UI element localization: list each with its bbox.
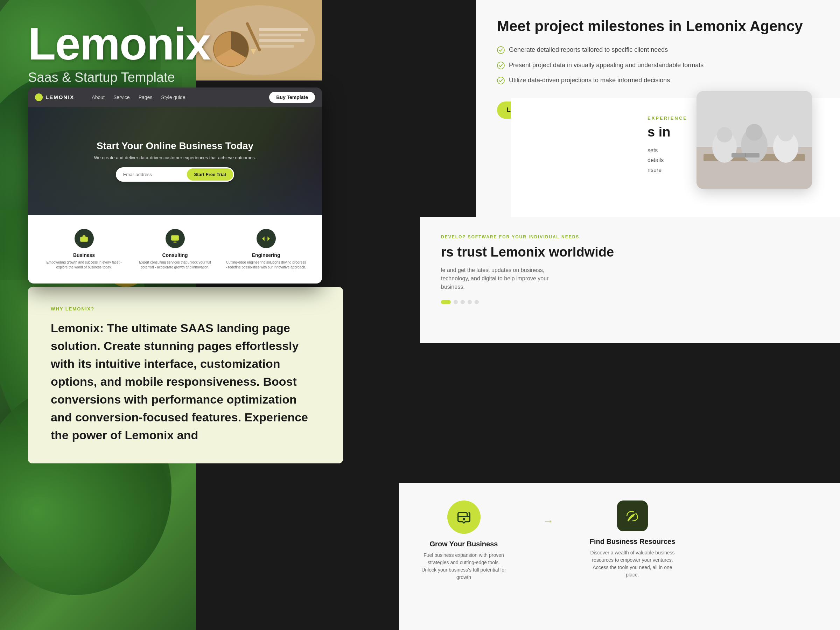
svg-rect-6: [259, 33, 301, 36]
grow-title: Grow Your Business: [430, 540, 498, 548]
check-icon-3: [497, 77, 505, 84]
logo-text: LEMONIX: [46, 94, 74, 100]
why-lemonix-section: WHY LEMONIX? Lemonix: The ultimate SAAS …: [28, 287, 343, 463]
svg-point-20: [717, 127, 732, 142]
code-icon: [261, 234, 270, 243]
flow-section: Grow Your Business Fuel business expansi…: [399, 483, 840, 630]
why-label: WHY LEMONIX?: [51, 306, 320, 311]
dot-2[interactable]: [453, 300, 458, 304]
svg-point-24: [778, 126, 793, 141]
carousel-dots: [441, 300, 819, 304]
flow-card-grow: Grow Your Business Fuel business expansi…: [420, 501, 507, 581]
consulting-icon-circle: [166, 229, 185, 248]
svg-point-9: [497, 47, 504, 54]
trust-section: DEVELOP SOFTWARE FOR YOUR INDIVIDUAL NEE…: [420, 217, 840, 343]
browser-services-section: Business Empowering growth and success i…: [28, 215, 322, 284]
nav-links: About Service Pages Style guide: [92, 95, 185, 100]
nav-pages[interactable]: Pages: [139, 95, 153, 100]
business-icon-circle: [74, 229, 94, 248]
dot-5[interactable]: [475, 300, 479, 304]
flow-card-resources: Find Business Resources Discover a wealt…: [589, 501, 676, 579]
engineering-desc: Cutting-edge engineering solutions drivi…: [226, 260, 306, 270]
hero-text-block: Lemonix Saas & Startup Template: [28, 21, 210, 85]
monitor-icon: [171, 234, 180, 243]
business-desc: Empowering growth and success in every f…: [44, 260, 124, 270]
handshake-icon: [456, 509, 472, 525]
svg-point-11: [497, 77, 504, 84]
svg-point-27: [463, 518, 464, 520]
grow-desc: Fuel business expansion with proven stra…: [420, 552, 507, 581]
business-title: Business: [44, 253, 124, 258]
service-card-business: Business Empowering growth and success i…: [38, 229, 129, 270]
leaf-icon: [625, 508, 640, 523]
feature-item-1: Generate detailed reports tailored to sp…: [497, 46, 819, 54]
briefcase-icon: [79, 234, 88, 243]
resources-title: Find Business Resources: [590, 538, 676, 546]
svg-rect-13: [171, 235, 179, 240]
top-center-image: [196, 0, 322, 81]
browser-hero-subtitle: We create and deliver data-driven custom…: [94, 155, 256, 160]
resources-desc: Discover a wealth of valuable business r…: [589, 549, 676, 579]
email-form: Start Free Trial: [116, 167, 234, 182]
flow-arrow-1: →: [543, 515, 554, 527]
service-card-engineering: Engineering Cutting-edge engineering sol…: [221, 229, 311, 270]
dot-active[interactable]: [441, 300, 451, 304]
team-photo-illustration: [696, 91, 812, 189]
browser-hero-title: Start Your Online Business Today: [96, 141, 253, 152]
logo-dot: [35, 93, 43, 101]
check-icon-2: [497, 62, 505, 69]
svg-rect-5: [259, 28, 308, 31]
svg-rect-7: [259, 39, 305, 42]
dot-4[interactable]: [467, 300, 472, 304]
feature-text-1: Generate detailed reports tailored to sp…: [509, 46, 668, 54]
feature-item-2: Present project data in visually appeali…: [497, 61, 819, 69]
dot-3[interactable]: [461, 300, 465, 304]
feature-text-3: Utilize data-driven projections to make …: [509, 76, 670, 85]
svg-rect-8: [259, 45, 294, 47]
feature-item-3: Utilize data-driven projections to make …: [497, 76, 819, 85]
hero-subtitle: Saas & Startup Template: [28, 70, 210, 85]
nav-about[interactable]: About: [92, 95, 105, 100]
engineering-title: Engineering: [226, 253, 306, 258]
nav-style-guide[interactable]: Style guide: [161, 95, 185, 100]
service-card-consulting: Consulting Expert consulting services th…: [129, 229, 221, 270]
trust-label: DEVELOP SOFTWARE FOR YOUR INDIVIDUAL NEE…: [441, 235, 819, 239]
trust-heading: rs trust Lemonix worldwide: [441, 245, 819, 260]
resources-icon-box: [617, 501, 648, 531]
engineering-icon-circle: [257, 229, 276, 248]
grow-icon-circle: [447, 501, 480, 534]
feature-text-2: Present project data in visually appeali…: [509, 61, 704, 69]
buy-template-button[interactable]: Buy Template: [269, 92, 315, 103]
flow-cards-container: Grow Your Business Fuel business expansi…: [420, 501, 819, 581]
meeting-image: [696, 91, 812, 189]
check-icon-1: [497, 46, 505, 54]
browser-mockup: LEMONIX About Service Pages Style guide …: [28, 87, 322, 284]
svg-point-22: [746, 124, 763, 141]
consulting-title: Consulting: [135, 253, 215, 258]
consulting-desc: Expert consulting services that unlock y…: [135, 260, 215, 270]
browser-hero-section: Start Your Online Business Today We crea…: [28, 107, 322, 215]
email-input[interactable]: [123, 168, 186, 181]
top-right-heading: Meet project milestones in Lemonix Agenc…: [497, 17, 819, 35]
nav-service[interactable]: Service: [114, 95, 130, 100]
hero-title: Lemonix: [28, 21, 210, 66]
start-trial-button[interactable]: Start Free Trial: [187, 168, 233, 181]
why-heading: Lemonix: The ultimate SAAS landing page …: [51, 319, 320, 444]
browser-navbar: LEMONIX About Service Pages Style guide …: [28, 87, 322, 107]
trust-description: le and get the latest updates on busines…: [441, 266, 553, 291]
charts-illustration: [196, 0, 322, 81]
browser-logo: LEMONIX: [35, 93, 74, 101]
svg-point-10: [497, 62, 504, 69]
